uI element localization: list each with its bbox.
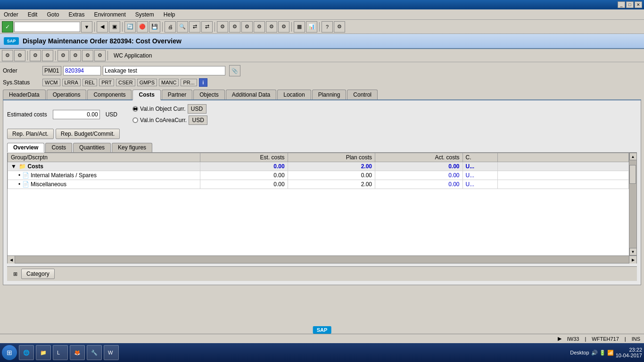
tab-objects[interactable]: Objects (193, 90, 225, 99)
tool-s5[interactable]: ⚙ (58, 50, 69, 61)
menu-order[interactable]: Order (2, 10, 20, 19)
tab-control[interactable]: Control (347, 90, 378, 99)
subtab-quantities[interactable]: Quantities (73, 143, 111, 152)
taskbar-folder-btn[interactable]: 📁 (36, 345, 51, 360)
attach-icon[interactable]: 📎 (229, 65, 240, 76)
tab-partner[interactable]: Partner (162, 90, 192, 99)
status-system: IW33 (567, 336, 579, 342)
tab-headerdata[interactable]: HeaderData (3, 90, 46, 99)
tab-planning[interactable]: Planning (312, 90, 347, 99)
menu-environment[interactable]: Environment (92, 10, 127, 19)
scroll-down-arrow[interactable]: ▼ (629, 248, 637, 255)
tool4-icon[interactable]: ⚙ (254, 21, 265, 33)
tool-s3[interactable]: ⚙ (30, 50, 41, 61)
toolbar-secondary: ⚙ ⚙ ⚙ ⚙ ⚙ ⚙ ⚙ ⚙ WC Application (0, 49, 644, 62)
subtab-costs[interactable]: Costs (45, 143, 72, 152)
rep-plan-act-button[interactable]: Rep. Plan/Act. (7, 129, 54, 139)
nav3-icon[interactable]: ⇄ (201, 21, 213, 33)
toolbar-main: ✓ ▼ ◀ ▣ 🔄 🔴 💾 🖨 🔍 ⇄ ⇄ ⚙ ⚙ ⚙ ⚙ ⚙ ⚙ ▦ 📊 ? … (0, 20, 644, 34)
refresh-icon[interactable]: 🔄 (124, 21, 136, 33)
status-lrra: LRRA (62, 79, 81, 86)
tab-components[interactable]: Components (87, 90, 132, 99)
tool-s2[interactable]: ⚙ (14, 50, 25, 61)
taskbar-word-btn[interactable]: W (104, 345, 119, 360)
menu-goto[interactable]: Goto (45, 10, 61, 19)
scroll-left-arrow[interactable]: ◀ (8, 256, 15, 263)
tool5-icon[interactable]: ⚙ (266, 21, 277, 33)
intmat-plan-cell: 0.00 (288, 171, 375, 180)
taskbar-ie-btn[interactable]: 🌐 (19, 345, 34, 360)
scroll-up-arrow[interactable]: ▲ (629, 153, 637, 160)
tab-location[interactable]: Location (277, 90, 311, 99)
taskbar-desktop-label[interactable]: Desktop (570, 350, 589, 355)
order-type-input[interactable] (42, 66, 61, 75)
subtab-overview[interactable]: Overview (7, 143, 44, 153)
expand-icon[interactable]: ▼ (11, 163, 17, 170)
table-row: • 📄 Internal Materials / Spares 0.00 0.0… (8, 171, 629, 180)
find-icon[interactable]: 🔍 (177, 21, 188, 33)
rep-budget-commit-button[interactable]: Rep. Budget/Commit. (56, 129, 120, 139)
tool2-icon[interactable]: ⚙ (229, 21, 240, 33)
nav2-icon[interactable]: ⇄ (189, 21, 200, 33)
back-icon[interactable]: ◀ (97, 21, 108, 33)
main-tabs: HeaderData Operations Components Costs P… (3, 90, 641, 100)
radio-coarea-curr[interactable]: Val.in CoAreaCurr. USD (132, 115, 207, 125)
table-scrollbar-h[interactable]: ◀ ▶ (7, 256, 637, 263)
tool-s7[interactable]: ⚙ (82, 50, 93, 61)
page-icon[interactable]: ▣ (109, 21, 120, 33)
command-input[interactable] (14, 22, 80, 32)
tool-s6[interactable]: ⚙ (70, 50, 81, 61)
taskbar-lenovo-btn[interactable]: L (53, 345, 68, 360)
save-icon[interactable]: 💾 (149, 21, 160, 33)
scroll-thumb[interactable] (629, 165, 636, 184)
order-desc-input[interactable] (103, 66, 225, 75)
status-bar: ▶ IW33 | WFTEH717 | INS (0, 334, 644, 343)
status-info-button[interactable]: i (199, 78, 207, 87)
menu-help[interactable]: Help (162, 10, 177, 19)
intmat-c-cell: U... (462, 171, 497, 180)
menu-extras[interactable]: Extras (66, 10, 86, 19)
table-scrollbar-v[interactable]: ▲ ▼ (629, 153, 636, 255)
tab-costs[interactable]: Costs (132, 90, 160, 100)
print-icon[interactable]: 🖨 (165, 21, 176, 33)
tool3-icon[interactable]: ⚙ (241, 21, 253, 33)
tool-s4[interactable]: ⚙ (42, 50, 53, 61)
minimize-button[interactable]: _ (618, 1, 625, 8)
scroll-right-arrow[interactable]: ▶ (629, 256, 636, 263)
menu-edit[interactable]: Edit (26, 10, 40, 19)
subtab-keyfigures[interactable]: Key figures (112, 143, 152, 152)
start-button[interactable]: ⊞ (2, 345, 17, 360)
radio-coarea-btn[interactable] (132, 117, 138, 123)
intmat-group-cell: • 📄 Internal Materials / Spares (8, 171, 200, 180)
radio-object-curr[interactable]: Val.in Object Curr. USD (132, 104, 207, 114)
sep-s3 (107, 51, 108, 60)
sap-check-icon[interactable]: ✓ (2, 21, 13, 33)
radio-object-label: Val.in Object Curr. (140, 106, 185, 112)
chart-icon[interactable]: 📊 (306, 21, 317, 33)
tool6-icon[interactable]: ⚙ (278, 21, 289, 33)
scroll-track[interactable] (629, 160, 636, 248)
taskbar-app-btn[interactable]: 🔧 (87, 345, 102, 360)
cost-table: Group/Dscrptn Est. costs Plan costs Act.… (8, 153, 629, 189)
radio-object-btn[interactable] (132, 106, 138, 112)
menu-system[interactable]: System (133, 10, 156, 19)
config-icon[interactable]: ⚙ (334, 21, 345, 33)
tool-s8[interactable]: ⚙ (94, 50, 106, 61)
tool-s1[interactable]: ⚙ (2, 50, 13, 61)
help-icon[interactable]: ? (322, 21, 333, 33)
close-button[interactable]: ✕ (635, 1, 642, 8)
tab-additionaldata[interactable]: Additional Data (226, 90, 276, 99)
category-button[interactable]: Category (21, 269, 55, 279)
estimated-costs-row: Estimated costs USD Val.in Object Curr. … (7, 104, 637, 125)
grid-icon[interactable]: ▦ (294, 21, 305, 33)
nav-icon[interactable]: 🔴 (137, 21, 148, 33)
tab-operations[interactable]: Operations (47, 90, 87, 99)
dropdown-arrow[interactable]: ▼ (81, 21, 92, 33)
estimated-costs-input[interactable] (53, 110, 100, 119)
maximize-button[interactable]: □ (626, 1, 634, 8)
taskbar-firefox-btn[interactable]: 🦊 (70, 345, 85, 360)
intmat-extra-cell (497, 171, 628, 180)
h-scroll-track[interactable] (15, 256, 629, 263)
order-number-input[interactable] (63, 66, 101, 75)
tool1-icon[interactable]: ⚙ (217, 21, 228, 33)
